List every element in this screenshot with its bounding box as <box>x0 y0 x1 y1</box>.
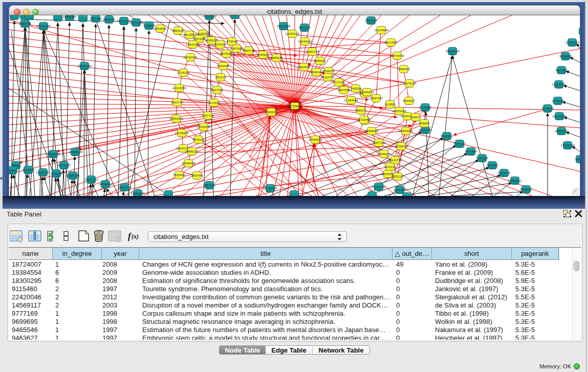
svg-text:15720407: 15720407 <box>357 118 371 121</box>
svg-text:16245514: 16245514 <box>360 90 374 94</box>
svg-text:13325419: 13325419 <box>285 32 299 35</box>
svg-text:17957223: 17957223 <box>84 178 98 181</box>
svg-text:7955812: 7955812 <box>314 59 326 62</box>
svg-text:9329966: 9329966 <box>559 54 572 58</box>
svg-text:10958107: 10958107 <box>98 182 113 186</box>
svg-text:8938923: 8938923 <box>441 134 453 138</box>
svg-text:20206576: 20206576 <box>46 152 60 156</box>
svg-text:899044: 899044 <box>311 70 322 74</box>
svg-text:16671355: 16671355 <box>129 20 143 24</box>
svg-text:7357274: 7357274 <box>298 26 311 29</box>
svg-text:7632621: 7632621 <box>486 163 499 167</box>
svg-text:14210723: 14210723 <box>320 75 335 79</box>
svg-text:9146821: 9146821 <box>257 53 270 56</box>
svg-text:18300295: 18300295 <box>264 110 278 114</box>
svg-text:12213369: 12213369 <box>172 86 186 90</box>
svg-text:16543362: 16543362 <box>186 42 200 46</box>
svg-text:9457791: 9457791 <box>203 183 216 187</box>
svg-text:2405571: 2405571 <box>19 21 32 25</box>
svg-text:10688609: 10688609 <box>364 129 379 133</box>
svg-text:16782759: 16782759 <box>117 185 132 189</box>
svg-text:9245652: 9245652 <box>520 187 533 191</box>
svg-text:16848764: 16848764 <box>445 49 460 53</box>
svg-text:12505135: 12505135 <box>66 173 80 177</box>
svg-text:3875685: 3875685 <box>220 52 233 55</box>
svg-text:9115460: 9115460 <box>419 105 431 109</box>
svg-text:9777169: 9777169 <box>333 80 345 84</box>
svg-text:7663822: 7663822 <box>154 27 167 30</box>
svg-text:1733426: 1733426 <box>394 188 406 191</box>
svg-text:9474444: 9474444 <box>465 149 477 153</box>
svg-text:18807249: 18807249 <box>372 141 386 144</box>
svg-text:3215958: 3215958 <box>541 106 554 110</box>
svg-text:1640954: 1640954 <box>419 128 432 132</box>
svg-text:16210643: 16210643 <box>552 114 567 118</box>
svg-text:8960124: 8960124 <box>172 29 185 32</box>
svg-text:1244415: 1244415 <box>552 99 564 102</box>
svg-text:13226058: 13226058 <box>195 32 210 35</box>
svg-text:20691406: 20691406 <box>36 24 51 28</box>
svg-text:2718126: 2718126 <box>177 71 190 74</box>
svg-text:12942757: 12942757 <box>36 170 50 174</box>
svg-text:30975887: 30975887 <box>57 163 71 167</box>
svg-text:1145194: 1145194 <box>50 171 62 175</box>
svg-text:1610755: 1610755 <box>171 100 184 104</box>
svg-text:252214: 252214 <box>393 174 403 178</box>
svg-text:7986372: 7986372 <box>355 108 367 112</box>
svg-text:746206: 746206 <box>351 86 361 90</box>
svg-text:1615132: 1615132 <box>384 165 397 168</box>
svg-text:15692971: 15692971 <box>554 129 569 133</box>
svg-text:126753: 126753 <box>575 157 580 161</box>
svg-text:9498222: 9498222 <box>186 149 199 153</box>
svg-text:10756928: 10756928 <box>394 144 408 148</box>
svg-text:9327503: 9327503 <box>193 37 206 40</box>
svg-text:9242848: 9242848 <box>217 64 230 68</box>
svg-text:10855287: 10855287 <box>62 15 77 18</box>
svg-text:391541: 391541 <box>9 168 18 172</box>
svg-text:18724007: 18724007 <box>287 104 303 108</box>
svg-text:7485063: 7485063 <box>398 67 410 71</box>
svg-text:9184067: 9184067 <box>378 152 390 156</box>
svg-text:10973493: 10973493 <box>390 54 404 57</box>
svg-text:19384554: 19384554 <box>308 138 322 141</box>
svg-text:19218506: 19218506 <box>276 24 291 28</box>
svg-text:9227342: 9227342 <box>555 68 568 72</box>
svg-text:10807487: 10807487 <box>369 96 383 100</box>
svg-text:2987652: 2987652 <box>365 18 378 22</box>
svg-text:15136141: 15136141 <box>372 185 386 188</box>
svg-text:6479197: 6479197 <box>453 142 466 145</box>
svg-text:1527602: 1527602 <box>90 16 102 20</box>
svg-text:19166825: 19166825 <box>175 131 189 135</box>
svg-text:8471676: 8471676 <box>498 171 511 174</box>
svg-text:(x): (x) <box>132 233 139 240</box>
svg-text:9275034: 9275034 <box>214 42 227 46</box>
svg-text:904671: 904671 <box>410 115 421 119</box>
svg-text:12975125: 12975125 <box>402 81 417 85</box>
svg-text:12923446: 12923446 <box>130 191 145 195</box>
svg-text:1691446: 1691446 <box>191 173 204 177</box>
svg-text:2935114: 2935114 <box>476 156 488 160</box>
svg-text:621606: 621606 <box>385 102 396 106</box>
svg-text:7625402: 7625402 <box>173 173 186 177</box>
svg-text:45061: 45061 <box>11 163 20 167</box>
svg-text:13654923: 13654923 <box>399 129 413 133</box>
svg-text:7485628: 7485628 <box>270 56 283 59</box>
svg-text:12093872: 12093872 <box>552 82 566 86</box>
svg-text:21364436: 21364436 <box>344 98 358 102</box>
svg-text:16053809: 16053809 <box>202 15 216 17</box>
svg-text:2367608: 2367608 <box>230 47 243 50</box>
svg-text:8813054: 8813054 <box>229 15 242 16</box>
svg-text:19654915: 19654915 <box>169 117 183 120</box>
svg-text:19353594: 19353594 <box>197 125 211 128</box>
svg-text:14120746: 14120746 <box>388 158 402 162</box>
svg-text:15751074: 15751074 <box>565 40 579 44</box>
svg-text:9463627: 9463627 <box>403 99 416 102</box>
svg-text:8912954: 8912954 <box>183 33 196 36</box>
svg-text:12359928: 12359928 <box>68 150 82 154</box>
svg-text:975546: 975546 <box>227 39 237 43</box>
svg-text:1156829: 1156829 <box>22 168 34 171</box>
svg-text:1362615: 1362615 <box>298 65 311 69</box>
svg-text:23420046: 23420046 <box>183 55 198 59</box>
svg-text:15909948: 15909948 <box>181 161 195 165</box>
svg-text:17016504: 17016504 <box>560 143 575 147</box>
